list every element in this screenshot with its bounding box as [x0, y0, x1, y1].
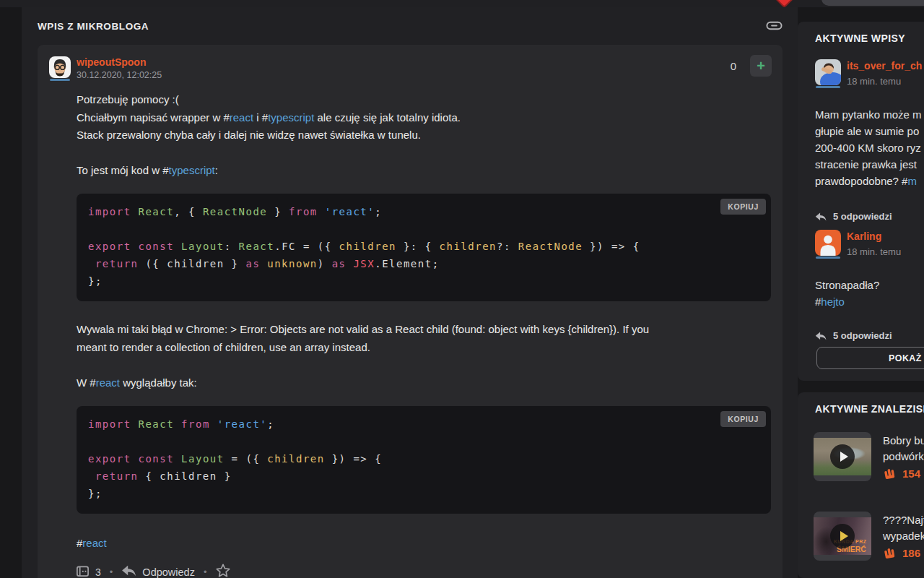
- sidebar-entry-author[interactable]: its_over_for_ch: [847, 60, 922, 72]
- main-content-panel: WPIS Z MIKROBLOGA: [22, 7, 798, 578]
- letterbox-bar: [814, 512, 871, 517]
- find-video-thumbnail[interactable]: KUNDA PRZ ŚMIERĆ: [814, 512, 871, 561]
- sidebar-entry-avatar[interactable]: [815, 59, 841, 88]
- sidebar-entry-replies[interactable]: 5 odpowiedzi: [815, 211, 892, 222]
- sidebar-entry-author[interactable]: Karling: [847, 230, 881, 242]
- letterbox-bar: [814, 475, 871, 481]
- letterbox-bar: [814, 432, 871, 438]
- sidebar-active-finds-card: AKTYWNE ZNALEZISKA Bobry bupodwórk: [798, 392, 924, 578]
- play-icon: [830, 444, 855, 469]
- reply-button[interactable]: Odpowiedz: [121, 564, 195, 578]
- sidebar-entry-text[interactable]: Mam pytanko może mgłupie ale w sumie po2…: [815, 106, 922, 189]
- fist-icon: [883, 547, 897, 559]
- avatar-rank-bar: [816, 256, 840, 259]
- star-icon: [215, 563, 231, 578]
- sidebar-section-title: AKTYWNE ZNALEZISKA: [815, 403, 924, 415]
- avatar: [815, 230, 841, 256]
- link-icon[interactable]: [766, 20, 783, 34]
- sidebar-active-posts-card: AKTYWNE WPISY its_over_for_ch 18 min. te…: [798, 22, 924, 381]
- post-hashtag[interactable]: #react: [77, 535, 107, 553]
- reply-label: Odpowiedz: [142, 566, 195, 578]
- code-block-react: import React from 'react'; export const …: [77, 406, 771, 514]
- navbar-search-input[interactable]: [821, 0, 924, 6]
- show-more-button[interactable]: POKAŻ W: [816, 347, 924, 369]
- post-error-text: Wywala mi taki błąd w Chrome: > Error: O…: [77, 321, 649, 392]
- find-title[interactable]: ????Najtrwypadek: [883, 512, 924, 544]
- find-title[interactable]: Bobry bupodwórk: [883, 433, 924, 465]
- post-author-avatar[interactable]: [49, 56, 71, 81]
- avatar-rank-bar: [816, 86, 840, 88]
- find-video-thumbnail[interactable]: [814, 432, 871, 481]
- code-text: import React, { ReactNode } from 'react'…: [88, 203, 640, 290]
- copy-code-button[interactable]: KOPIUJ: [720, 199, 766, 215]
- post-footer-actions: 3 • Odpowiedz •: [75, 563, 231, 578]
- replies-count-label: 5 odpowiedzi: [833, 330, 892, 341]
- favorite-button[interactable]: [215, 563, 231, 578]
- post-date: 30.12.2020, 12:02:25: [77, 70, 162, 80]
- dig-count: 154: [902, 467, 920, 480]
- app-screen: WPIS Z MIKROBLOGA: [0, 0, 924, 578]
- sidebar-entry-avatar[interactable]: [815, 230, 841, 259]
- sidebar-entry-replies[interactable]: 5 odpowiedzi: [815, 330, 892, 341]
- post-author-link[interactable]: wipeoutSpoon: [77, 56, 146, 68]
- find-score[interactable]: 186: [883, 547, 920, 559]
- avatar: [815, 59, 841, 85]
- find-score[interactable]: 154: [883, 467, 920, 480]
- separator-dot: •: [204, 566, 207, 577]
- copy-code-button[interactable]: KOPIUJ: [720, 411, 766, 427]
- reply-arrow-icon: [815, 331, 827, 341]
- comments-button[interactable]: 3: [75, 564, 101, 578]
- reply-arrow-icon: [121, 564, 137, 578]
- replies-count-label: 5 odpowiedzi: [833, 211, 892, 222]
- reply-arrow-icon: [815, 212, 827, 222]
- page-title: WPIS Z MIKROBLOGA: [38, 21, 149, 32]
- letterbox-bar: [814, 555, 871, 561]
- dig-count: 186: [902, 547, 920, 559]
- comment-bubble-icon: [75, 564, 90, 578]
- post-body-text: Potrzebuję pomocy :(Chciałbym napisać wr…: [77, 91, 461, 180]
- upvote-button[interactable]: +: [750, 55, 772, 77]
- top-navbar: [0, 0, 924, 7]
- play-icon: [830, 524, 855, 548]
- fist-icon: [883, 467, 897, 480]
- separator-dot: •: [110, 566, 113, 577]
- code-block-typescript: import React, { ReactNode } from 'react'…: [77, 194, 771, 301]
- sidebar-entry-time: 18 min. temu: [847, 246, 901, 257]
- avatar: [49, 56, 71, 78]
- post-score: 0: [722, 60, 736, 72]
- sidebar-entry-time: 18 min. temu: [847, 76, 901, 87]
- avatar-rank-bar: [50, 79, 70, 81]
- code-text: import React from 'react'; export const …: [88, 415, 382, 502]
- sidebar-entry-text[interactable]: Stronapadła?#hejto: [815, 277, 879, 310]
- sidebar-section-title: AKTYWNE WPISY: [815, 33, 905, 44]
- microblog-post-card: wipeoutSpoon 30.12.2020, 12:02:25 0 + Po…: [38, 45, 783, 578]
- comments-count: 3: [95, 566, 101, 578]
